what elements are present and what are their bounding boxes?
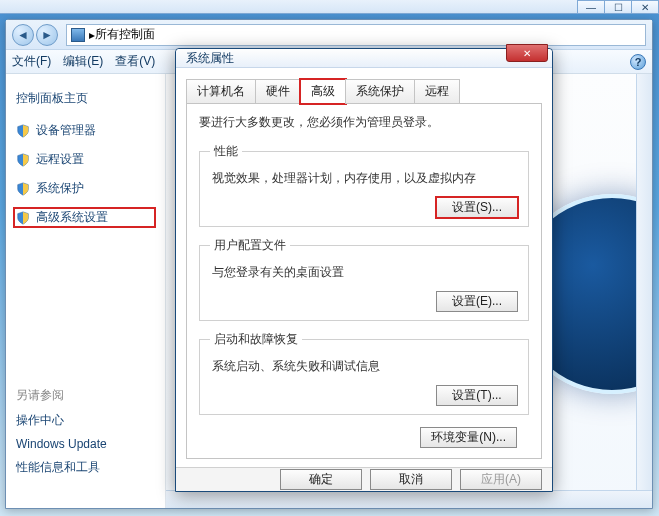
tab-advanced[interactable]: 高级 <box>300 79 346 104</box>
tab-hardware[interactable]: 硬件 <box>255 79 301 104</box>
menu-view[interactable]: 查看(V) <box>115 53 155 70</box>
help-icon[interactable]: ? <box>630 54 646 70</box>
tab-content-advanced: 要进行大多数更改，您必须作为管理员登录。 性能 视觉效果，处理器计划，内存使用，… <box>186 104 542 459</box>
address-bar[interactable]: ▸ 所有控制面 <box>66 24 646 46</box>
menu-edit[interactable]: 编辑(E) <box>63 53 103 70</box>
cancel-button[interactable]: 取消 <box>370 469 452 490</box>
minimize-icon[interactable]: — <box>577 0 605 14</box>
address-text: 所有控制面 <box>95 26 155 43</box>
tab-computer-name[interactable]: 计算机名 <box>186 79 256 104</box>
dialog-titlebar[interactable]: 系统属性 ✕ <box>176 49 552 68</box>
ok-button[interactable]: 确定 <box>280 469 362 490</box>
horizontal-scrollbar[interactable] <box>166 490 652 508</box>
performance-settings-button[interactable]: 设置(S)... <box>436 197 518 218</box>
sidebar-item-remote[interactable]: 远程设置 <box>16 150 155 169</box>
system-properties-dialog: 系统属性 ✕ 计算机名 硬件 高级 系统保护 远程 要进行大多数更改，您必须作为… <box>175 48 553 492</box>
apply-button[interactable]: 应用(A) <box>460 469 542 490</box>
seealso-heading: 另请参阅 <box>16 387 155 404</box>
environment-variables-button[interactable]: 环境变量(N)... <box>420 427 517 448</box>
dialog-button-row: 确定 取消 应用(A) <box>176 467 552 491</box>
sidebar-heading: 控制面板主页 <box>16 90 155 107</box>
group-startup-legend: 启动和故障恢复 <box>210 331 302 348</box>
group-userprofile-desc: 与您登录有关的桌面设置 <box>212 264 518 281</box>
userprofile-settings-button[interactable]: 设置(E)... <box>436 291 518 312</box>
seealso-action-center[interactable]: 操作中心 <box>16 412 155 429</box>
startup-settings-button[interactable]: 设置(T)... <box>436 385 518 406</box>
group-userprofile: 用户配置文件 与您登录有关的桌面设置 设置(E)... <box>199 237 529 321</box>
seealso-windows-update[interactable]: Windows Update <box>16 437 155 451</box>
group-performance-legend: 性能 <box>210 143 242 160</box>
group-userprofile-legend: 用户配置文件 <box>210 237 290 254</box>
tab-remote[interactable]: 远程 <box>414 79 460 104</box>
sidebar-item-protection[interactable]: 系统保护 <box>16 179 155 198</box>
group-startup: 启动和故障恢复 系统启动、系统失败和调试信息 设置(T)... <box>199 331 529 415</box>
dialog-close-button[interactable]: ✕ <box>506 44 548 62</box>
vertical-scrollbar[interactable] <box>636 74 652 490</box>
sidebar-item-label: 远程设置 <box>36 151 84 168</box>
shield-icon <box>16 153 30 167</box>
sidebar-item-label: 设备管理器 <box>36 122 96 139</box>
control-panel-icon <box>71 28 85 42</box>
shield-icon <box>16 211 30 225</box>
sidebar: 控制面板主页 设备管理器 远程设置 系统保护 高级系统设置 <box>6 74 166 508</box>
shield-icon <box>16 124 30 138</box>
tab-system-protection[interactable]: 系统保护 <box>345 79 415 104</box>
seealso-performance[interactable]: 性能信息和工具 <box>16 459 155 476</box>
maximize-icon[interactable]: ☐ <box>604 0 632 14</box>
sidebar-item-device-manager[interactable]: 设备管理器 <box>16 121 155 140</box>
sidebar-item-label: 高级系统设置 <box>36 209 108 226</box>
admin-note: 要进行大多数更改，您必须作为管理员登录。 <box>199 114 529 131</box>
forward-button[interactable]: ► <box>36 24 58 46</box>
menu-file[interactable]: 文件(F) <box>12 53 51 70</box>
sidebar-item-advanced[interactable]: 高级系统设置 <box>14 208 155 227</box>
back-button[interactable]: ◄ <box>12 24 34 46</box>
group-startup-desc: 系统启动、系统失败和调试信息 <box>212 358 518 375</box>
group-performance-desc: 视觉效果，处理器计划，内存使用，以及虚拟内存 <box>212 170 518 187</box>
group-performance: 性能 视觉效果，处理器计划，内存使用，以及虚拟内存 设置(S)... <box>199 143 529 227</box>
sidebar-item-label: 系统保护 <box>36 180 84 197</box>
dialog-title: 系统属性 <box>186 50 234 67</box>
explorer-header: ◄ ► ▸ 所有控制面 <box>6 20 652 50</box>
close-icon[interactable]: ✕ <box>631 0 659 14</box>
desktop-titlebar: — ☐ ✕ <box>0 0 659 14</box>
shield-icon <box>16 182 30 196</box>
tab-strip: 计算机名 硬件 高级 系统保护 远程 <box>186 78 542 104</box>
